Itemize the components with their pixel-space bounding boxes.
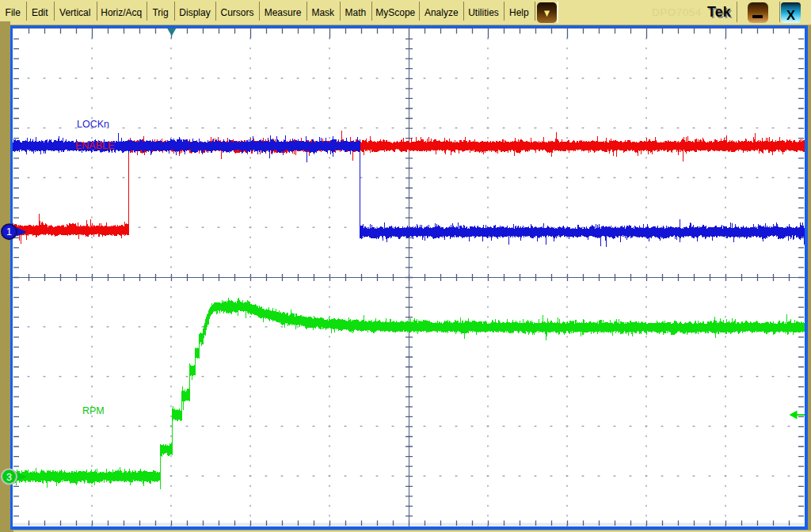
svg-text:1: 1	[6, 226, 12, 238]
svg-text:LOCKn: LOCKn	[77, 119, 109, 130]
svg-text:ENABLE: ENABLE	[75, 140, 114, 151]
svg-text:3: 3	[6, 472, 12, 483]
svg-text:RPM: RPM	[82, 405, 105, 416]
